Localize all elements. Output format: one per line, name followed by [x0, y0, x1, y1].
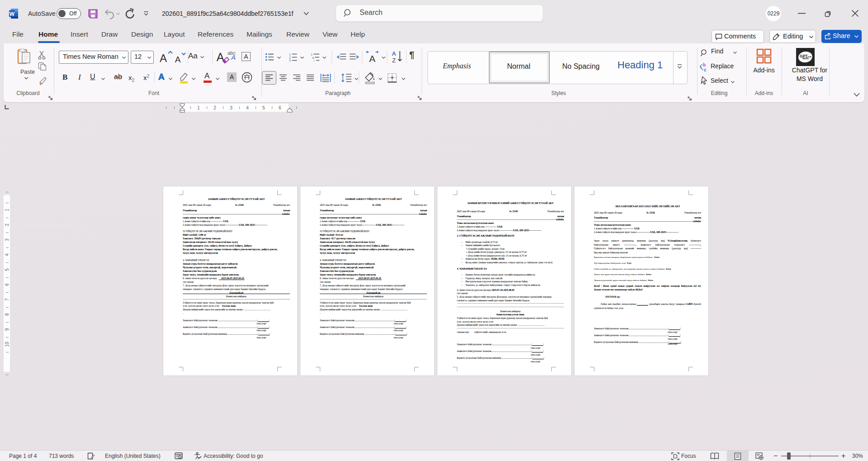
svg-text:c: c	[704, 67, 707, 72]
svg-text:1: 1	[311, 53, 313, 56]
svg-text:i: i	[313, 59, 314, 62]
svg-text:W: W	[9, 11, 15, 17]
svg-text:A: A	[392, 50, 396, 57]
svg-text:a: a	[312, 56, 314, 59]
svg-text:A: A	[369, 53, 375, 63]
svg-text:3: 3	[289, 59, 291, 62]
svg-text:b: b	[703, 62, 706, 67]
svg-text:A: A	[175, 55, 181, 64]
svg-text:1: 1	[289, 53, 291, 56]
svg-text:Z: Z	[392, 57, 396, 63]
svg-text:A: A	[160, 52, 167, 64]
